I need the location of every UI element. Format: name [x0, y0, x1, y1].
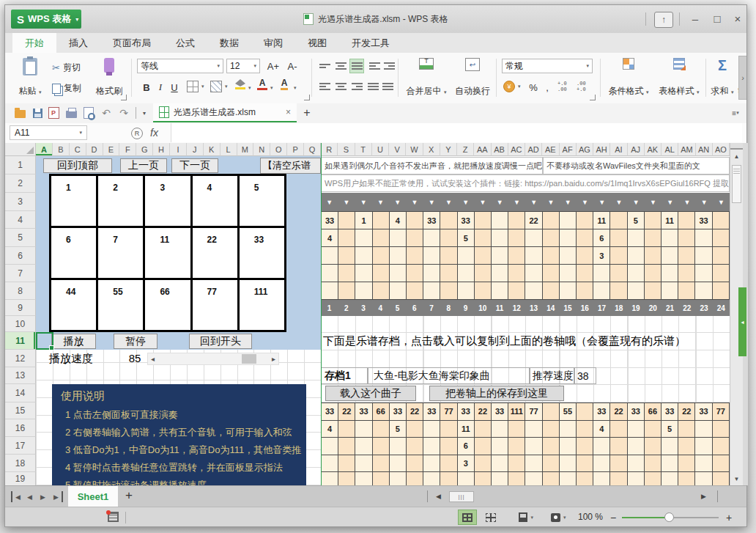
marker-down-icon[interactable]: ▼ — [713, 193, 730, 211]
ribbon-tab[interactable]: 视图 — [295, 33, 339, 53]
column-header[interactable]: I — [170, 143, 187, 156]
ribbon-tab[interactable]: 页面布局 — [100, 33, 163, 53]
beat-number[interactable]: 24 — [713, 300, 730, 316]
ribbon-tab[interactable]: 开始 — [12, 33, 56, 53]
keyboard-key[interactable]: 55 — [98, 280, 143, 330]
ribbon-tab[interactable]: 插入 — [56, 33, 100, 53]
score-note-cell[interactable]: 4 — [390, 212, 407, 229]
score-note-cell[interactable] — [610, 282, 627, 300]
archive-note-cell[interactable]: 33 — [662, 403, 678, 421]
select-all-corner[interactable] — [5, 143, 36, 156]
score-note-cell[interactable]: 1 — [355, 212, 372, 229]
archive-note-cell[interactable] — [610, 421, 627, 438]
row-header[interactable]: 17 — [5, 437, 36, 455]
archive-note-cell[interactable] — [355, 421, 372, 438]
score-note-cell[interactable] — [713, 212, 730, 229]
archive-note-cell[interactable] — [628, 455, 645, 473]
score-note-cell[interactable] — [440, 229, 457, 247]
score-note-cell[interactable] — [662, 265, 678, 282]
column-header[interactable]: F — [119, 143, 136, 156]
score-note-cell[interactable] — [678, 282, 695, 300]
archive-note-cell[interactable] — [645, 421, 662, 438]
archive-note-cell[interactable] — [593, 438, 610, 455]
archive-note-cell[interactable] — [695, 438, 712, 455]
beat-number[interactable]: 10 — [474, 300, 491, 316]
beat-number[interactable]: 11 — [492, 300, 508, 316]
row-header[interactable]: 11 — [5, 332, 36, 350]
archive-note-cell[interactable]: 3 — [458, 455, 475, 473]
open-file-icon[interactable] — [14, 107, 26, 119]
archive-note-cell[interactable] — [713, 472, 730, 485]
archive-note-cell[interactable] — [593, 472, 610, 485]
archive-note-cell[interactable] — [610, 472, 627, 485]
score-note-cell[interactable] — [678, 265, 695, 282]
keyboard-key[interactable]: 11 — [145, 228, 190, 278]
zoom-in-button[interactable]: + — [726, 512, 732, 523]
document-tab[interactable]: 光遇乐谱生成器.xlsm × — [153, 103, 297, 122]
bold-button[interactable]: B — [140, 79, 153, 95]
archive-note-cell[interactable]: 33 — [390, 403, 407, 421]
score-note-cell[interactable] — [338, 212, 355, 229]
row-header[interactable]: 14 — [5, 384, 36, 402]
column-header[interactable]: AC — [508, 143, 525, 156]
archive-note-cell[interactable] — [577, 438, 593, 455]
marker-down-icon[interactable]: ▼ — [525, 193, 542, 211]
vertical-scrollbar-thumb[interactable] — [732, 165, 741, 203]
score-note-cell[interactable] — [713, 282, 730, 300]
score-note-cell[interactable] — [390, 282, 407, 300]
archive-note-cell[interactable] — [577, 403, 593, 421]
archive-note-cell[interactable]: 77 — [440, 403, 457, 421]
archive-note-cell[interactable] — [628, 438, 645, 455]
column-header[interactable]: AH — [593, 143, 610, 156]
beat-number[interactable]: 7 — [423, 300, 440, 316]
column-header[interactable]: V — [389, 143, 406, 156]
score-note-cell[interactable] — [645, 212, 662, 229]
name-box[interactable]: A11▾ — [10, 125, 87, 140]
score-note-cell[interactable] — [543, 212, 560, 229]
score-note-cell[interactable] — [560, 229, 577, 247]
fill-color-button[interactable] — [235, 79, 245, 89]
marker-down-icon[interactable]: ▼ — [389, 193, 406, 211]
ribbon-tab[interactable]: 审阅 — [251, 33, 295, 53]
score-note-cell[interactable] — [577, 265, 593, 282]
marker-down-icon[interactable]: ▼ — [474, 193, 491, 211]
clipboard-group-expander[interactable] — [121, 95, 127, 100]
score-note-cell[interactable] — [593, 265, 610, 282]
beat-number[interactable]: 1 — [321, 300, 338, 316]
archive-note-cell[interactable] — [713, 438, 730, 455]
archive-note-cell[interactable] — [508, 421, 525, 438]
archive-note-cell[interactable] — [543, 403, 560, 421]
number-group-expander[interactable] — [590, 95, 596, 100]
formula-input[interactable] — [171, 123, 742, 142]
score-note-cell[interactable] — [508, 229, 525, 247]
score-note-cell[interactable] — [475, 212, 492, 229]
undo-icon[interactable]: ↶ — [100, 107, 112, 119]
score-note-cell[interactable] — [508, 247, 525, 265]
beat-number[interactable]: 8 — [440, 300, 457, 316]
minimize-button[interactable]: – — [685, 10, 705, 27]
archive-note-cell[interactable] — [373, 421, 390, 438]
marker-down-icon[interactable]: ▼ — [457, 193, 474, 211]
score-note-cell[interactable] — [440, 247, 457, 265]
archive-note-cell[interactable] — [440, 472, 457, 485]
archive-note-cell[interactable]: 33 — [458, 403, 475, 421]
beat-number[interactable]: 2 — [338, 300, 355, 316]
score-note-cell[interactable] — [678, 229, 695, 247]
column-header[interactable]: L — [220, 143, 237, 156]
score-note-cell[interactable] — [525, 247, 542, 265]
prev-page-button[interactable]: 上一页 — [120, 158, 167, 173]
column-header[interactable]: AE — [542, 143, 559, 156]
row-header[interactable]: 1 — [5, 156, 36, 174]
archive-note-cell[interactable] — [645, 472, 662, 485]
archive-note-cell[interactable] — [560, 421, 577, 438]
align-left-button[interactable] — [317, 79, 332, 94]
score-note-cell[interactable]: 33 — [695, 212, 712, 229]
font-size-select[interactable]: 12▾ — [226, 59, 260, 73]
marker-down-icon[interactable]: ▼ — [542, 193, 559, 211]
normal-view-button[interactable] — [458, 510, 477, 525]
archive-note-cell[interactable] — [423, 472, 440, 485]
score-note-cell[interactable] — [678, 247, 695, 265]
score-note-cell[interactable] — [525, 229, 542, 247]
column-header[interactable]: S — [338, 143, 355, 156]
justify-button[interactable] — [366, 79, 380, 94]
